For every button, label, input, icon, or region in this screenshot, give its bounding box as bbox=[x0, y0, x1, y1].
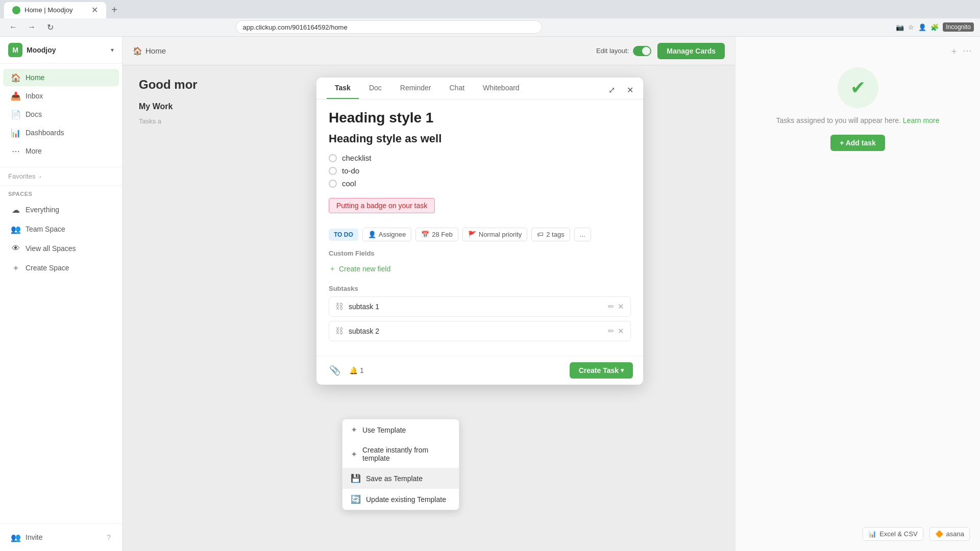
status-button[interactable]: TO DO bbox=[329, 229, 358, 241]
profile-icon[interactable]: 👤 bbox=[918, 23, 926, 31]
sidebar-item-create-space[interactable]: ＋ Create Space bbox=[3, 259, 119, 277]
checkbox-1[interactable] bbox=[329, 167, 337, 175]
menu-item-use-template[interactable]: ✦ Use Template bbox=[342, 419, 459, 440]
excel-icon: 📊 bbox=[868, 530, 876, 538]
asana-icon: 🔶 bbox=[935, 530, 943, 538]
excel-label: Excel & CSV bbox=[879, 530, 917, 538]
sidebar-item-inbox[interactable]: 📥 Inbox bbox=[3, 87, 119, 105]
star-icon[interactable]: ☆ bbox=[908, 23, 914, 31]
create-instantly-icon: ✦ bbox=[351, 449, 357, 459]
create-field-label: Create new field bbox=[339, 265, 390, 273]
url-text: app.clickup.com/9016164592/home bbox=[242, 23, 347, 31]
sidebar-item-everything[interactable]: ☁ Everything bbox=[3, 201, 119, 218]
date-button[interactable]: 📅 28 Feb bbox=[415, 228, 458, 241]
new-tab-button[interactable]: + bbox=[106, 2, 122, 18]
modal-collapse-button[interactable]: ⤢ bbox=[604, 83, 619, 97]
context-menu: ✦ Use Template ✦ Create instantly from t… bbox=[342, 419, 459, 510]
modal-heading-1: Heading style 1 bbox=[329, 110, 631, 126]
subtask-delete-1[interactable]: ✕ bbox=[618, 327, 624, 336]
menu-label-create-instantly: Create instantly from template bbox=[362, 446, 451, 462]
workspace-name: Moodjoy bbox=[27, 46, 56, 54]
panel-add-button[interactable]: ＋ bbox=[949, 45, 959, 57]
menu-item-create-instantly[interactable]: ✦ Create instantly from template bbox=[342, 440, 459, 468]
extensions-icon[interactable]: 🧩 bbox=[930, 23, 939, 31]
task-modal: Task Doc Reminder Chat Whiteboard ⤢ ✕ bbox=[316, 78, 643, 385]
import-options: 📊 Excel & CSV 🔶 asana bbox=[863, 527, 970, 541]
forward-button[interactable]: → bbox=[24, 20, 39, 34]
browser-tab[interactable]: Home | Moodjoy ✕ bbox=[4, 2, 106, 18]
menu-item-update-template[interactable]: 🔄 Update existing Template bbox=[342, 489, 459, 510]
tab-whiteboard[interactable]: Whiteboard bbox=[475, 78, 528, 99]
add-task-label: + Add task bbox=[840, 139, 876, 147]
menu-item-save-template[interactable]: 💾 Save as Template bbox=[342, 468, 459, 489]
priority-button[interactable]: 🚩 Normal priority bbox=[462, 228, 528, 241]
sidebar-item-more[interactable]: ⋯ More bbox=[3, 142, 119, 160]
checkbox-2[interactable] bbox=[329, 180, 337, 188]
sidebar-item-docs[interactable]: 📄 Docs bbox=[3, 106, 119, 123]
sidebar-item-team-space[interactable]: 👥 Team Space bbox=[3, 220, 119, 238]
tab-reminder[interactable]: Reminder bbox=[392, 78, 439, 99]
subtask-delete-0[interactable]: ✕ bbox=[618, 302, 624, 311]
tab-doc[interactable]: Doc bbox=[361, 78, 390, 99]
save-template-icon: 💾 bbox=[351, 473, 361, 483]
notification-button[interactable]: 🔔 1 bbox=[349, 366, 364, 374]
subtask-edit-0[interactable]: ✏ bbox=[608, 302, 615, 311]
modal-heading-2: Heading style as well bbox=[329, 132, 631, 145]
favorites-section[interactable]: Favorites › bbox=[0, 169, 122, 183]
url-bar[interactable]: app.clickup.com/9016164592/home bbox=[236, 20, 542, 34]
sidebar-label-view-all: View all Spaces bbox=[26, 244, 76, 253]
subtasks-label: Subtasks bbox=[329, 285, 631, 292]
create-field-button[interactable]: ＋ Create new field bbox=[329, 261, 631, 277]
attachment-button[interactable]: 📎 bbox=[327, 362, 343, 379]
import-asana-button[interactable]: 🔶 asana bbox=[929, 527, 970, 541]
create-task-chevron-icon: ▾ bbox=[621, 367, 624, 374]
assignee-button[interactable]: 👤 Assignee bbox=[362, 228, 411, 241]
sidebar-nav: 🏠 Home 📥 Inbox 📄 Docs 📊 Dashboards ⋯ Mor… bbox=[0, 64, 122, 165]
subtask-edit-1[interactable]: ✏ bbox=[608, 327, 615, 336]
reload-button[interactable]: ↻ bbox=[43, 20, 57, 34]
import-excel-button[interactable]: 📊 Excel & CSV bbox=[863, 527, 923, 541]
subtask-label-0: subtask 1 bbox=[349, 303, 603, 311]
right-panel: ＋ ⋯ ✔ Tasks assigned to you will appear … bbox=[735, 37, 980, 551]
tags-button[interactable]: 🏷 2 tags bbox=[531, 228, 570, 241]
badge-button[interactable]: Putting a badge on your task bbox=[329, 198, 435, 213]
help-icon: ? bbox=[107, 533, 111, 541]
bell-icon: 🔔 bbox=[349, 366, 358, 374]
tab-chat[interactable]: Chat bbox=[441, 78, 473, 99]
docs-icon: 📄 bbox=[11, 110, 20, 119]
tab-favicon bbox=[12, 6, 20, 14]
create-task-label: Create Task bbox=[579, 366, 619, 374]
update-template-icon: 🔄 bbox=[351, 494, 361, 504]
panel-options-button[interactable]: ⋯ bbox=[963, 45, 972, 57]
checkbox-0[interactable] bbox=[329, 154, 337, 162]
sidebar-item-view-all-spaces[interactable]: 👁 View all Spaces bbox=[3, 240, 119, 257]
right-panel-header: ＋ ⋯ bbox=[949, 45, 972, 57]
checklist-label-2: cool bbox=[342, 179, 356, 188]
flag-icon: 🚩 bbox=[468, 231, 476, 238]
sidebar-item-dashboards[interactable]: 📊 Dashboards bbox=[3, 124, 119, 141]
sidebar-item-home[interactable]: 🏠 Home bbox=[3, 69, 119, 86]
incognito-badge: Incognito bbox=[943, 22, 974, 32]
sidebar-label-team-space: Team Space bbox=[26, 225, 65, 233]
checklist-label-0: checklist bbox=[342, 154, 372, 162]
tab-task[interactable]: Task bbox=[327, 78, 359, 99]
date-label: 28 Feb bbox=[432, 231, 452, 238]
sidebar-label-more: More bbox=[26, 147, 42, 155]
tab-close-icon[interactable]: ✕ bbox=[91, 5, 98, 15]
create-task-button[interactable]: Create Task ▾ bbox=[570, 362, 633, 379]
modal-body: Heading style 1 Heading style as well ch… bbox=[316, 99, 643, 356]
empty-state-icon: ✔ bbox=[838, 67, 878, 108]
browser-actions: 📷 ☆ 👤 🧩 Incognito bbox=[896, 22, 974, 32]
sidebar-label-dashboards: Dashboards bbox=[26, 129, 64, 137]
modal-close-button[interactable]: ✕ bbox=[623, 83, 637, 97]
sidebar-item-invite[interactable]: 👥 Invite ? bbox=[3, 529, 119, 546]
back-button[interactable]: ← bbox=[6, 20, 20, 34]
workspace-header[interactable]: M Moodjoy ▾ bbox=[0, 37, 122, 64]
tag-icon: 🏷 bbox=[537, 231, 544, 238]
add-task-button[interactable]: + Add task bbox=[830, 135, 885, 151]
subtask-label-1: subtask 2 bbox=[349, 327, 603, 335]
more-toolbar-button[interactable]: ... bbox=[574, 228, 591, 241]
workspace-icon: M bbox=[8, 43, 22, 57]
sidebar-label-invite: Invite bbox=[26, 533, 42, 541]
learn-more-link[interactable]: Learn more bbox=[903, 116, 940, 124]
